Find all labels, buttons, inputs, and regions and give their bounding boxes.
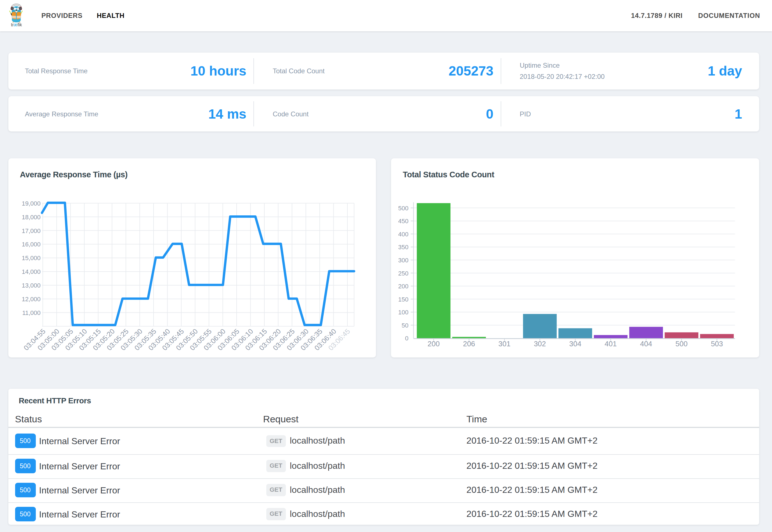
svg-text:13,000: 13,000 (22, 282, 40, 289)
svg-text:19,000: 19,000 (22, 200, 40, 207)
svg-text:350: 350 (398, 243, 408, 250)
svg-text:200: 200 (398, 283, 408, 289)
svg-text:150: 150 (398, 296, 408, 303)
svg-text:500: 500 (675, 339, 687, 348)
svg-text:200: 200 (427, 339, 439, 348)
svg-text:301: 301 (498, 339, 510, 348)
svg-text:17,000: 17,000 (22, 227, 40, 234)
svg-text:304: 304 (569, 339, 581, 348)
svg-text:401: 401 (604, 339, 616, 348)
svg-text:250: 250 (398, 270, 408, 277)
svg-text:16,000: 16,000 (22, 241, 40, 248)
svg-text:500: 500 (398, 204, 408, 211)
svg-text:11,000: 11,000 (22, 309, 40, 316)
svg-text:træfik: træfik (11, 22, 22, 27)
svg-text:404: 404 (640, 339, 652, 348)
svg-text:18,000: 18,000 (22, 213, 40, 220)
svg-text:100: 100 (398, 309, 408, 316)
svg-text:12,000: 12,000 (22, 295, 40, 302)
svg-text:15,000: 15,000 (22, 254, 40, 261)
svg-text:400: 400 (398, 230, 408, 237)
svg-text:300: 300 (398, 256, 408, 263)
svg-text:0: 0 (405, 335, 408, 342)
svg-text:206: 206 (463, 339, 475, 348)
svg-text:450: 450 (398, 217, 408, 224)
svg-text:503: 503 (711, 339, 723, 348)
svg-text:14,000: 14,000 (22, 268, 40, 275)
svg-text:50: 50 (401, 322, 408, 329)
svg-text:302: 302 (534, 339, 546, 348)
